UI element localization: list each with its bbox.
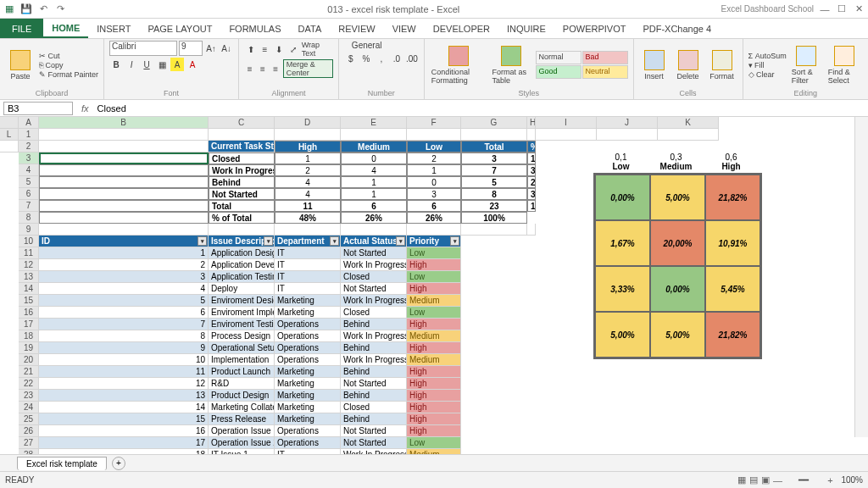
wrap-text-button[interactable]: Wrap Text — [302, 41, 333, 58]
row-header-26[interactable]: 26 — [19, 425, 39, 437]
row-header-11[interactable]: 11 — [19, 247, 39, 259]
decrease-font-icon[interactable]: A↓ — [220, 42, 233, 55]
row-header-16[interactable]: 16 — [19, 307, 39, 319]
align-middle-icon[interactable]: ≡ — [259, 42, 271, 56]
filter-button[interactable]: ▾ — [396, 236, 405, 246]
comma-icon[interactable]: , — [375, 52, 388, 65]
zoom-level[interactable]: 100% — [841, 475, 863, 485]
col-header-D[interactable]: D — [275, 117, 341, 129]
row-header-10[interactable]: 10 — [19, 236, 39, 247]
format-as-table-button[interactable]: Format as Table — [490, 44, 531, 86]
cell-styles-gallery[interactable]: Normal Bad Good Neutral — [536, 51, 628, 79]
row-header-4[interactable]: 4 — [19, 164, 39, 176]
row-header-2[interactable]: 2 — [19, 141, 39, 152]
row-header-5[interactable]: 5 — [19, 176, 39, 188]
menu-tab-developer[interactable]: DEVELOPER — [425, 19, 498, 38]
menu-tab-data[interactable]: DATA — [290, 19, 331, 38]
row-header-3[interactable]: 3 — [19, 152, 39, 164]
autosum-button[interactable]: Σ AutoSum — [748, 52, 787, 60]
col-header-C[interactable]: C — [209, 117, 275, 129]
filter-button[interactable]: ▾ — [264, 236, 273, 246]
row-header-9[interactable]: 9 — [19, 224, 39, 236]
font-color-button[interactable]: A — [186, 58, 199, 71]
col-header-H[interactable]: H — [527, 117, 536, 129]
conditional-formatting-button[interactable]: Conditional Formatting — [430, 44, 487, 86]
increase-decimal-icon[interactable]: .0 — [390, 52, 403, 65]
clear-button[interactable]: ◇ Clear — [748, 70, 787, 79]
col-header-I[interactable]: I — [536, 117, 597, 129]
border-button[interactable]: ▦ — [155, 58, 169, 71]
row-header-8[interactable]: 8 — [19, 212, 39, 224]
table-col-header[interactable]: Priority▾ — [407, 236, 461, 247]
file-menu[interactable]: FILE — [0, 19, 43, 38]
col-header-E[interactable]: E — [341, 117, 407, 129]
col-header-A[interactable]: A — [19, 117, 39, 129]
row-header-25[interactable]: 25 — [19, 413, 39, 425]
minimize-icon[interactable]: — — [819, 3, 831, 15]
underline-button[interactable]: U — [140, 58, 153, 71]
format-painter-button[interactable]: ✎ Format Painter — [39, 70, 98, 79]
save-icon[interactable]: 💾 — [20, 3, 32, 15]
menu-tab-formulas[interactable]: FORMULAS — [220, 19, 289, 38]
row-header-14[interactable]: 14 — [19, 283, 39, 295]
menu-tab-pdf-xchange-4[interactable]: PDF-XChange 4 — [634, 19, 720, 38]
menu-tab-inquire[interactable]: INQUIRE — [498, 19, 554, 38]
col-header-G[interactable]: G — [461, 117, 527, 129]
fill-button[interactable]: ▾ Fill — [748, 61, 787, 69]
align-bottom-icon[interactable]: ⬇ — [273, 42, 286, 56]
col-header-K[interactable]: K — [658, 117, 719, 129]
fill-color-button[interactable]: A — [170, 58, 184, 71]
row-header-19[interactable]: 19 — [19, 342, 39, 354]
paste-button[interactable]: Paste — [5, 48, 36, 82]
menu-tab-powerpivot[interactable]: POWERPIVOT — [554, 19, 635, 38]
zoom-out-button[interactable]: — — [771, 474, 783, 486]
number-format-select[interactable]: General — [352, 41, 411, 50]
maximize-icon[interactable]: ☐ — [836, 3, 848, 15]
view-normal-icon[interactable]: ▦ — [736, 474, 748, 486]
table-col-header[interactable]: Actual Status▾ — [341, 236, 407, 247]
delete-cells-button[interactable]: Delete — [673, 48, 704, 82]
menu-tab-view[interactable]: VIEW — [384, 19, 425, 38]
worksheet[interactable]: ABCDEFGHIJKL12Current Task Status / Prio… — [0, 117, 868, 471]
row-header-23[interactable]: 23 — [19, 390, 39, 402]
row-header-24[interactable]: 24 — [19, 402, 39, 413]
percent-icon[interactable]: % — [359, 52, 373, 65]
row-header-18[interactable]: 18 — [19, 330, 39, 342]
row-header-6[interactable]: 6 — [19, 188, 39, 200]
merge-center-button[interactable]: Merge & Center — [283, 59, 333, 78]
font-size-select[interactable]: 9 — [179, 41, 203, 56]
align-right-icon[interactable]: ≡ — [270, 62, 281, 75]
view-break-icon[interactable]: ▣ — [760, 474, 771, 486]
filter-button[interactable]: ▾ — [450, 236, 459, 246]
table-col-header[interactable]: Department▾ — [275, 236, 341, 247]
row-header-20[interactable]: 20 — [19, 354, 39, 366]
filter-button[interactable]: ▾ — [198, 236, 207, 246]
italic-button[interactable]: I — [125, 58, 138, 71]
row-header-21[interactable]: 21 — [19, 366, 39, 378]
zoom-in-button[interactable]: + — [824, 474, 836, 486]
undo-icon[interactable]: ↶ — [37, 3, 49, 15]
insert-cells-button[interactable]: Insert — [639, 48, 670, 82]
align-left-icon[interactable]: ≡ — [244, 62, 255, 75]
row-header-22[interactable]: 22 — [19, 378, 39, 390]
table-col-header[interactable]: ID▾ — [39, 236, 209, 247]
find-select-button[interactable]: Find & Select — [826, 44, 863, 86]
align-center-icon[interactable]: ≡ — [257, 62, 268, 75]
format-cells-button[interactable]: Format — [707, 48, 737, 82]
cut-button[interactable]: ✂ Cut — [39, 52, 98, 60]
vertical-scrollbar[interactable] — [854, 117, 868, 437]
increase-font-icon[interactable]: A↑ — [204, 42, 218, 55]
copy-button[interactable]: ⎘ Copy — [39, 61, 98, 69]
redo-icon[interactable]: ↷ — [54, 3, 66, 15]
row-header-13[interactable]: 13 — [19, 271, 39, 283]
decrease-decimal-icon[interactable]: .00 — [405, 52, 419, 65]
fx-icon[interactable]: fx — [76, 103, 94, 114]
table-col-header[interactable]: Issue Description▾ — [209, 236, 275, 247]
formula-input[interactable]: Closed — [94, 103, 868, 114]
select-all[interactable] — [0, 117, 19, 129]
row-header-1[interactable]: 1 — [19, 129, 39, 141]
col-header-J[interactable]: J — [597, 117, 658, 129]
align-top-icon[interactable]: ⬆ — [244, 42, 257, 56]
orientation-icon[interactable]: ⤢ — [287, 42, 300, 56]
add-sheet-button[interactable]: + — [112, 457, 125, 470]
